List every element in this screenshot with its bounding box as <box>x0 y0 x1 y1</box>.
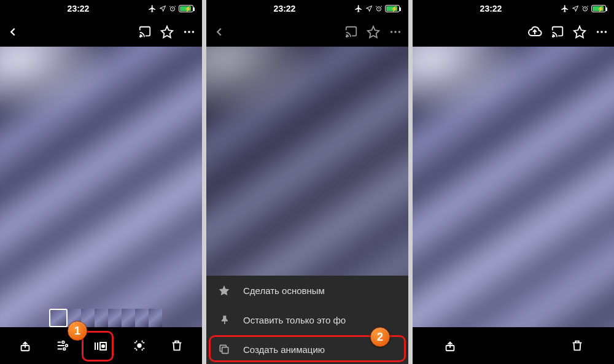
svg-point-14 <box>394 31 397 33</box>
bottom-sheet: Сделать основным Оставить только это фо … <box>206 276 408 364</box>
svg-point-19 <box>597 31 599 33</box>
cast-icon[interactable] <box>138 25 152 39</box>
cloud-upload-icon[interactable] <box>527 25 542 39</box>
status-bar: 23:22 ⚡ <box>206 0 408 17</box>
screen-1: 23:22 ⚡ <box>0 0 202 364</box>
star-icon[interactable] <box>160 25 174 39</box>
svg-point-4 <box>192 31 195 33</box>
location-icon <box>572 5 579 12</box>
svg-point-10 <box>138 344 141 347</box>
clock: 23:22 <box>9 4 148 14</box>
status-bar: 23:22 ⚡ <box>413 0 614 17</box>
trash-icon[interactable] <box>570 339 584 352</box>
app-bar <box>0 17 202 47</box>
sheet-item-keep-only[interactable]: Оставить только это фо <box>206 305 408 335</box>
svg-point-3 <box>188 31 190 33</box>
star-icon[interactable] <box>573 25 586 39</box>
screen-3: 23:22 ⚡ <box>413 0 614 364</box>
status-bar: 23:22 ⚡ <box>0 0 202 17</box>
filmstrip-thumb[interactable] <box>81 309 95 327</box>
svg-point-1 <box>140 36 141 37</box>
sheet-item-label: Создать анимацию <box>243 344 325 355</box>
battery-icon: ⚡ <box>591 5 606 12</box>
filmstrip-thumb[interactable] <box>68 309 81 327</box>
photo-viewport[interactable] <box>413 47 614 364</box>
svg-point-6 <box>62 341 64 344</box>
filmstrip-thumb[interactable] <box>135 309 149 327</box>
star-icon[interactable] <box>367 25 380 39</box>
status-icons: ⚡ <box>354 4 400 13</box>
photo-viewport[interactable]: Сделать основным Оставить только это фо … <box>206 47 408 364</box>
filmstrip-thumb[interactable] <box>108 309 122 327</box>
filmstrip-thumb[interactable] <box>122 309 135 327</box>
back-icon[interactable] <box>212 25 226 39</box>
screen-2: 23:22 ⚡ <box>206 0 408 364</box>
svg-point-12 <box>346 36 348 37</box>
sheet-item-create-animation[interactable]: Создать анимацию <box>206 335 408 364</box>
share-icon[interactable] <box>443 339 457 352</box>
app-bar <box>206 17 408 47</box>
bottom-toolbar <box>413 327 614 364</box>
cast-icon[interactable] <box>344 25 358 39</box>
share-icon[interactable] <box>18 339 32 352</box>
svg-point-2 <box>184 31 187 33</box>
back-icon[interactable] <box>6 25 20 39</box>
svg-point-13 <box>391 31 393 33</box>
alarm-icon <box>581 5 589 12</box>
filmstrip-thumb[interactable] <box>95 309 108 327</box>
more-icon[interactable] <box>182 25 196 39</box>
clock: 23:22 <box>421 4 561 14</box>
photo-content <box>413 47 614 364</box>
motion-filmstrip[interactable] <box>49 309 184 327</box>
svg-rect-16 <box>222 347 228 354</box>
location-icon <box>365 5 373 12</box>
status-icons: ⚡ <box>148 4 193 13</box>
location-icon <box>159 5 166 12</box>
more-icon[interactable] <box>595 25 608 39</box>
clock: 23:22 <box>215 4 354 14</box>
more-icon[interactable] <box>389 25 402 39</box>
star-filled-icon <box>217 284 231 296</box>
svg-point-20 <box>600 31 603 33</box>
svg-point-21 <box>605 31 607 33</box>
app-bar <box>413 17 614 47</box>
battery-icon: ⚡ <box>385 5 400 12</box>
motion-photo-icon[interactable] <box>93 338 108 353</box>
airplane-icon <box>561 4 569 13</box>
alarm-icon <box>375 5 383 12</box>
filmstrip-thumb-selected[interactable] <box>49 309 68 327</box>
bottom-toolbar <box>0 327 202 364</box>
lens-icon[interactable] <box>133 339 146 352</box>
alarm-icon <box>169 5 176 12</box>
svg-point-7 <box>66 344 68 347</box>
trash-icon[interactable] <box>170 339 184 352</box>
cast-icon[interactable] <box>551 25 564 39</box>
filmstrip-thumb[interactable] <box>149 309 162 327</box>
sheet-item-label: Оставить только это фо <box>243 315 346 325</box>
svg-point-9 <box>102 345 104 347</box>
pin-icon <box>217 314 231 326</box>
svg-point-18 <box>553 36 554 37</box>
photo-viewport[interactable] <box>0 47 202 364</box>
sheet-item-label: Сделать основным <box>243 285 325 296</box>
airplane-icon <box>354 4 363 13</box>
status-icons: ⚡ <box>561 4 606 13</box>
copy-icon <box>217 343 231 355</box>
sheet-item-make-main[interactable]: Сделать основным <box>206 276 408 305</box>
airplane-icon <box>148 4 157 13</box>
svg-point-15 <box>398 31 401 33</box>
svg-point-8 <box>63 348 66 350</box>
edit-icon[interactable] <box>56 339 69 352</box>
battery-icon: ⚡ <box>179 5 193 12</box>
